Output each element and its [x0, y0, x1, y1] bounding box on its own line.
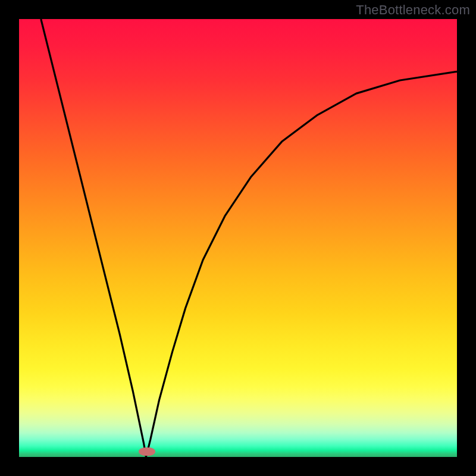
- chart-frame: TheBottleneck.com: [0, 0, 476, 476]
- optimal-point-marker: [139, 447, 155, 456]
- watermark-text: TheBottleneck.com: [356, 2, 470, 18]
- bottleneck-curve: [41, 19, 457, 457]
- plot-area: [19, 19, 457, 457]
- curve-layer: [19, 19, 457, 457]
